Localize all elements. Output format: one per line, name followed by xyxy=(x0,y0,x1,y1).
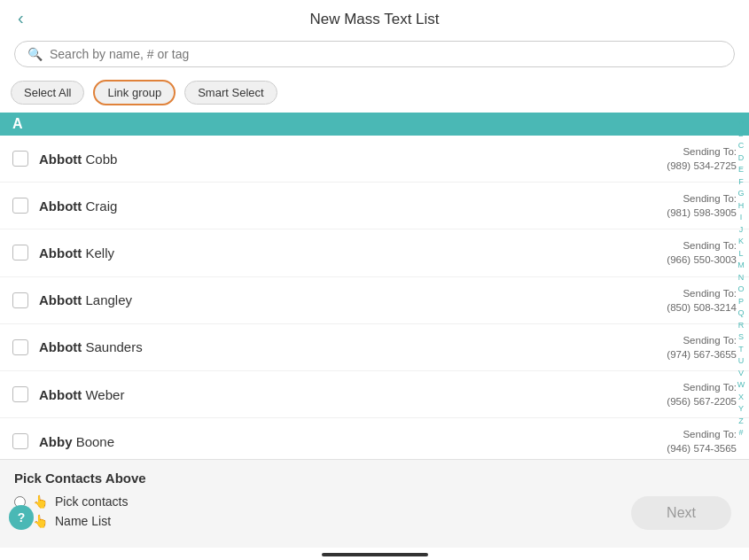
alpha-letter-h[interactable]: H xyxy=(738,200,745,213)
bottom-panel: Pick Contacts Above 👆 Pick contacts 👆 Na… xyxy=(0,459,749,548)
contact-item[interactable]: Abbott KellySending To:(966) 550-3003 xyxy=(0,229,749,276)
name-list-label: Name List xyxy=(55,514,111,528)
alpha-letter-z[interactable]: Z xyxy=(738,416,744,428)
contact-checkbox[interactable] xyxy=(12,198,28,214)
contact-item[interactable]: Abbott CobbSending To:(989) 534-2725 xyxy=(0,136,749,183)
back-button[interactable]: ‹ xyxy=(11,4,31,32)
pick-contacts-label: Pick contacts xyxy=(55,494,128,509)
contact-item[interactable]: Abbott WeberSending To:(956) 567-2205 xyxy=(0,371,749,418)
alpha-letter-q[interactable]: Q xyxy=(737,307,744,320)
contact-first-name: Abbott xyxy=(39,387,82,402)
contact-name: Abbott Craig xyxy=(39,198,667,214)
alpha-letter-p[interactable]: P xyxy=(738,296,744,308)
alpha-letter-v[interactable]: V xyxy=(738,368,744,380)
alpha-letter-t[interactable]: T xyxy=(738,344,744,356)
contact-sending: Sending To:(966) 550-3003 xyxy=(667,238,737,267)
alpha-letter-y[interactable]: Y xyxy=(738,403,744,416)
contact-item[interactable]: Abby BooneSending To:(946) 574-3565 xyxy=(0,418,749,459)
alpha-letter-u[interactable]: U xyxy=(738,355,745,368)
contact-item[interactable]: Abbott SaundersSending To:(974) 567-3655 xyxy=(0,324,749,371)
search-input[interactable] xyxy=(50,47,722,61)
alpha-letter-a[interactable]: A xyxy=(738,116,744,128)
contact-checkbox[interactable] xyxy=(12,245,28,261)
contact-list: A Abbott CobbSending To:(989) 534-2725Ab… xyxy=(0,113,749,459)
smart-select-button[interactable]: Smart Select xyxy=(184,81,277,105)
contact-sending: Sending To:(850) 508-3214 xyxy=(667,286,737,315)
alpha-letter-d[interactable]: D xyxy=(738,152,745,165)
contact-checkbox[interactable] xyxy=(12,151,28,167)
next-button[interactable]: Next xyxy=(631,496,731,530)
alpha-letter-#[interactable]: # xyxy=(738,427,743,439)
section-header-a: A xyxy=(0,113,749,136)
contact-sending: Sending To:(956) 567-2205 xyxy=(667,380,737,408)
name-list-emoji: 👆 xyxy=(33,514,48,528)
header: ‹ New Mass Text List xyxy=(0,0,749,35)
contacts-container: Abbott CobbSending To:(989) 534-2725Abbo… xyxy=(0,136,749,459)
alpha-letter-x[interactable]: X xyxy=(738,392,744,404)
contact-sending: Sending To:(974) 567-3655 xyxy=(667,333,737,362)
contact-checkbox[interactable] xyxy=(12,386,28,402)
contact-first-name: Abbott xyxy=(39,245,82,261)
contact-item[interactable]: Abbott LangleySending To:(850) 508-3214 xyxy=(0,277,749,324)
contact-first-name: Abbott xyxy=(39,152,82,167)
page-title: New Mass Text List xyxy=(14,11,735,28)
alpha-letter-j[interactable]: J xyxy=(739,224,744,237)
alpha-letter-l[interactable]: L xyxy=(738,248,743,261)
radio-pick-contacts[interactable]: 👆 Pick contacts xyxy=(14,494,735,509)
bottom-bar xyxy=(0,548,749,560)
bottom-panel-title: Pick Contacts Above xyxy=(14,471,735,486)
contact-sending: Sending To:(989) 534-2725 xyxy=(667,144,737,173)
search-icon: 🔍 xyxy=(27,47,43,61)
alpha-sidebar: ABCDEFGHIJKLMNOPQRSTUVWXYZ# xyxy=(733,113,749,459)
search-bar: 🔍 xyxy=(14,41,735,67)
contact-checkbox[interactable] xyxy=(12,292,28,308)
contact-checkbox[interactable] xyxy=(12,339,28,355)
contact-item[interactable]: Abbott CraigSending To:(981) 598-3905 xyxy=(0,183,749,229)
alpha-letter-i[interactable]: I xyxy=(740,212,743,224)
contact-sending: Sending To:(981) 598-3905 xyxy=(667,191,737,220)
link-group-button[interactable]: Link group xyxy=(93,80,176,105)
page-container: ‹ New Mass Text List 🔍 Select All Link g… xyxy=(0,0,749,560)
contact-name: Abbott Weber xyxy=(39,387,667,402)
radio-name-list[interactable]: 👆 Name List xyxy=(14,514,735,528)
alpha-letter-g[interactable]: G xyxy=(737,188,744,200)
alpha-letter-r[interactable]: R xyxy=(738,320,745,332)
alpha-letter-m[interactable]: M xyxy=(737,260,745,272)
alpha-letter-k[interactable]: K xyxy=(738,236,744,248)
contact-first-name: Abby xyxy=(39,434,73,449)
alpha-letter-c[interactable]: C xyxy=(738,140,745,152)
alpha-letter-n[interactable]: N xyxy=(738,272,745,284)
alpha-letter-o[interactable]: O xyxy=(737,284,744,296)
contact-name: Abbott Kelly xyxy=(39,245,667,261)
select-all-button[interactable]: Select All xyxy=(11,81,84,105)
contact-first-name: Abbott xyxy=(39,339,82,354)
alpha-letter-s[interactable]: S xyxy=(738,331,744,344)
contact-name: Abbott Cobb xyxy=(39,152,667,167)
alpha-letter-f[interactable]: F xyxy=(738,176,744,189)
bottom-indicator xyxy=(322,553,428,556)
alpha-letter-e[interactable]: E xyxy=(738,164,744,176)
alpha-letter-b[interactable]: B xyxy=(738,128,744,141)
contact-first-name: Abbott xyxy=(39,198,82,214)
contact-name: Abbott Langley xyxy=(39,292,667,307)
contact-sending: Sending To:(946) 574-3565 xyxy=(667,427,737,455)
action-buttons: Select All Link group Smart Select xyxy=(0,74,749,113)
contact-name: Abby Boone xyxy=(39,434,667,449)
alpha-letter-w[interactable]: W xyxy=(737,379,745,392)
contact-checkbox[interactable] xyxy=(12,433,28,449)
contact-first-name: Abbott xyxy=(39,292,82,307)
contact-name: Abbott Saunders xyxy=(39,339,667,354)
pick-contacts-emoji: 👆 xyxy=(33,494,48,509)
search-container: 🔍 xyxy=(0,35,749,74)
help-button[interactable]: ? xyxy=(9,505,34,530)
